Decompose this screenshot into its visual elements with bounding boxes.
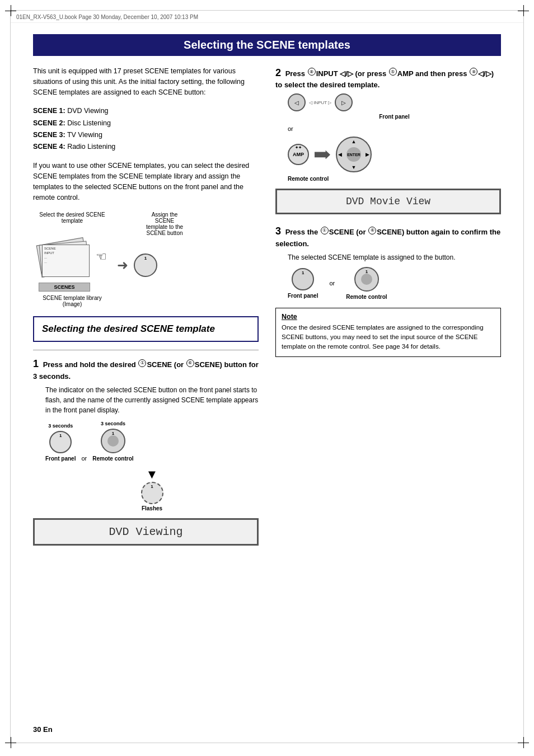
step-1-desc: The indicator on the selected SCENE butt… — [45, 385, 259, 415]
step3-remote-panel: 1 Remote control — [346, 267, 387, 300]
enter-center[interactable]: ENTER — [346, 147, 361, 162]
dvd-viewing-text: DVD Viewing — [109, 525, 182, 538]
step3-number: 3 — [275, 226, 281, 237]
note-box: Note Once the desired SCENE templates ar… — [275, 308, 501, 357]
scene-button-icon: 1 — [134, 253, 157, 277]
step3-front-btn: 1 — [292, 268, 314, 290]
dvd-movie-display: DVD Movie View — [275, 189, 501, 214]
flashes-area: ▼ 1 Flashes — [45, 467, 259, 511]
remote-control-label: Remote control — [92, 456, 133, 462]
dial-left-arrow: ◀ — [338, 152, 342, 157]
scene-icon-6: ⑥ — [186, 359, 194, 367]
enter-dial: ▲ ▼ ◀ ▶ ENTER — [336, 137, 372, 172]
input-buttons-row: ◁ ◁ INPUT ▷ ▷ — [288, 93, 501, 111]
scene-icon-1: ① — [138, 359, 146, 367]
right-column: 2 Press ⑧INPUT ◁/▷ (or press ⑤AMP and th… — [275, 66, 501, 553]
step2-remote-label: Remote control — [288, 176, 501, 182]
scenes-label-box: SCENES — [39, 283, 90, 292]
scene-list-item: SCENE 1: DVD Viewing — [33, 105, 259, 117]
step3-front-label: Front panel — [288, 293, 318, 299]
note-text: Once the desired SCENE templates are ass… — [282, 323, 495, 352]
flash-btn-num: 1 — [151, 484, 153, 489]
selecting-section-box: Selecting the desired SCENE template — [33, 316, 259, 342]
remote-btn-center — [107, 435, 119, 447]
arrow-right-icon: ➜ — [117, 257, 128, 273]
step3-icon2: ⑥ — [368, 227, 376, 234]
step3-confirm-row: 1 Front panel or 1 Remote control — [288, 267, 501, 300]
step2-or: or — [288, 125, 501, 132]
step-number: 1 — [33, 358, 39, 369]
step3-remote-center — [361, 274, 372, 285]
card-front: SCENEINPUT...... — [42, 245, 90, 277]
front-panel-label: Front panel — [45, 456, 76, 462]
step3-front-num: 1 — [302, 270, 304, 275]
diagram-label-assign: Assign the SCENE template to the SCENE b… — [145, 212, 184, 236]
scene-list: SCENE 1: DVD Viewing SCENE 2: Disc Liste… — [33, 105, 259, 153]
btn-num-1: 1 — [59, 433, 62, 438]
scene-list-item: SCENE 3: TV Viewing — [33, 129, 259, 141]
dial-down-arrow: ▼ — [352, 165, 357, 170]
down-arrow-icon: ▼ — [146, 467, 158, 482]
icon-8: ⑧ — [470, 68, 477, 76]
step-2: 2 Press ⑧INPUT ◁/▷ (or press ⑤AMP and th… — [275, 66, 501, 214]
diagram-top-labels: Select the desired SCENE template Assign… — [33, 212, 259, 236]
two-column-layout: This unit is equipped with 17 preset SCE… — [33, 66, 501, 553]
or-label-1: or — [81, 455, 87, 462]
desc-text: If you want to use other SCENE templates… — [33, 161, 259, 203]
input-right-btn[interactable]: ▷ — [335, 93, 353, 111]
step3-icon1: ① — [321, 227, 329, 234]
page-content: Selecting the SCENE templates This unit … — [11, 23, 523, 576]
front-panel-button: 1 — [49, 431, 72, 453]
front-panel-item: 3 seconds 1 Front panel — [45, 423, 76, 462]
dvd-movie-text: DVD Movie View — [346, 196, 430, 207]
step-3-header: 3 Press the ①SCENE (or ⑥SCENE) button ag… — [275, 224, 501, 248]
icon-amp: ⑤ — [389, 68, 397, 76]
header-meta: 01EN_RX-V563_U.book Page 30 Monday, Dece… — [11, 11, 523, 23]
input-left-btn[interactable]: ◁ — [288, 93, 306, 111]
remote-panel-item: 3 seconds 1 Remote control — [92, 421, 133, 462]
section-title: Selecting the desired SCENE template — [42, 323, 250, 335]
3sec-label-left: 3 seconds — [48, 423, 73, 429]
step-1-header: 1 Press and hold the desired ①SCENE (or … — [33, 357, 259, 381]
step-2-header: 2 Press ⑧INPUT ◁/▷ (or press ⑤AMP and th… — [275, 66, 501, 90]
corner-crosshair-tr — [518, 5, 529, 16]
step-1: 1 Press and hold the desired ①SCENE (or … — [33, 357, 259, 545]
intro-text: This unit is equipped with 17 preset SCE… — [33, 66, 259, 97]
step3-or-label: or — [329, 280, 335, 287]
scene-lib-bottom-label: SCENE template library (Image) — [33, 295, 111, 307]
corner-crosshair-br — [518, 737, 529, 748]
divider — [33, 350, 259, 350]
left-column: This unit is equipped with 17 preset SCE… — [33, 66, 259, 553]
amp-star: ✦✦ — [295, 145, 302, 150]
dial-right-arrow: ▶ — [366, 152, 369, 157]
assign-target: 1 — [134, 253, 157, 277]
step3-remote-num: 1 — [366, 269, 368, 274]
icon-input: ⑧ — [308, 68, 316, 76]
3sec-label-right: 3 seconds — [101, 421, 125, 426]
corner-crosshair-tl — [5, 5, 16, 16]
diagram-area: SCENEINPUT...... SCENEINPUT...... ☞ SCEN… — [33, 238, 259, 292]
step2-front-panel-area: ◁ ◁ INPUT ▷ ▷ Front panel — [288, 93, 501, 120]
remote-btn-num: 1 — [112, 431, 114, 436]
page-border: 01EN_RX-V563_U.book Page 30 Monday, Dece… — [10, 10, 524, 743]
step3-front-panel: 1 Front panel — [288, 268, 318, 299]
diagram-label-select: Select the desired SCENE template — [33, 212, 111, 224]
step2-number: 2 — [275, 67, 281, 78]
step-3-desc: The selected SCENE template is assigned … — [288, 252, 501, 262]
amp-label: AMP — [293, 152, 304, 157]
scene-library-illustration: SCENEINPUT...... SCENEINPUT...... ☞ SCEN… — [33, 238, 111, 292]
amp-button[interactable]: ✦✦ AMP — [288, 144, 309, 165]
page-number: 30 En — [33, 725, 53, 734]
step-1-panels-row: 3 seconds 1 Front panel or 3 seconds 1 — [45, 421, 259, 462]
step-3: 3 Press the ①SCENE (or ⑥SCENE) button ag… — [275, 224, 501, 356]
dvd-viewing-display: DVD Viewing — [33, 518, 259, 546]
arrow-icon — [315, 150, 330, 159]
enter-dial-wrapper: ▲ ▼ ◀ ▶ ENTER — [336, 137, 372, 172]
input-center-label: ◁ INPUT ▷ — [309, 100, 331, 105]
hand-cursor-icon: ☞ — [96, 250, 107, 264]
remote-button: 1 — [101, 429, 125, 453]
flashing-button: 1 — [141, 482, 163, 504]
step3-remote-btn: 1 — [354, 267, 379, 292]
step2-front-label: Front panel — [288, 114, 501, 120]
scene-list-item: SCENE 4: Radio Listening — [33, 141, 259, 153]
